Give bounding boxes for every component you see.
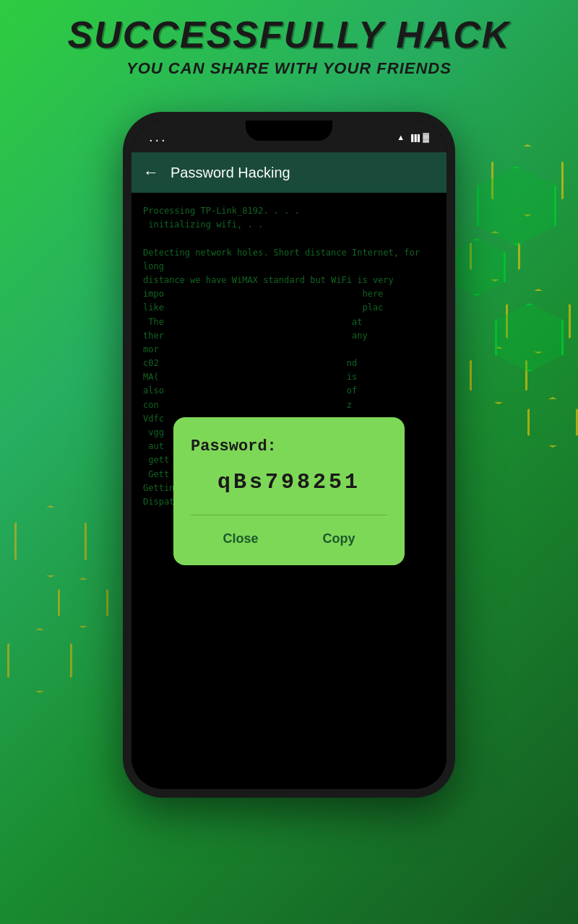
phone-screen: ... ← Password Hacking Processing TP-Lin… [131, 121, 447, 789]
hex-deco-5 [527, 397, 578, 448]
copy-button[interactable]: Copy [309, 527, 370, 551]
status-dots: ... [149, 128, 168, 145]
title-area: SUCCESSFULLY HACK YOU CAN SHARE WITH YOU… [0, 14, 578, 78]
dialog-password: qBs798251 [191, 470, 387, 494]
hex-deco-1 [491, 144, 564, 217]
hex-deco-2 [470, 231, 520, 282]
hex-deco-7 [58, 578, 108, 628]
phone-notch [246, 121, 332, 141]
back-button[interactable]: ← [143, 163, 159, 182]
hex-deco-8 [7, 628, 72, 693]
wifi-icon [397, 131, 405, 142]
app-bar: ← Password Hacking [131, 152, 447, 193]
hex-deco-4 [470, 346, 527, 404]
signal-icon [409, 131, 418, 142]
password-dialog: Password: qBs798251 Close Copy [173, 417, 405, 565]
sub-title: YOU CAN SHARE WITH YOUR FRIENDS [0, 59, 578, 78]
main-title: SUCCESSFULLY HACK [0, 14, 578, 56]
dialog-buttons: Close Copy [191, 515, 387, 551]
phone-outer-shell: ... ← Password Hacking Processing TP-Lin… [123, 112, 455, 798]
app-bar-title: Password Hacking [171, 165, 290, 181]
hex-deco-3 [506, 289, 571, 354]
battery-icon [423, 131, 429, 142]
phone-mockup: ... ← Password Hacking Processing TP-Lin… [123, 112, 455, 798]
hex-green-1 [477, 166, 556, 245]
status-bar: ... [131, 121, 447, 152]
hex-green-3 [495, 303, 564, 372]
status-icons [397, 131, 429, 142]
content-area: Processing TP-Link_8192. . . . initializ… [131, 193, 447, 789]
dialog-label: Password: [191, 437, 387, 456]
hex-green-2 [448, 238, 506, 296]
hex-deco-6 [14, 505, 87, 578]
close-button[interactable]: Close [208, 527, 272, 551]
dialog-overlay: Password: qBs798251 Close Copy [131, 193, 447, 789]
